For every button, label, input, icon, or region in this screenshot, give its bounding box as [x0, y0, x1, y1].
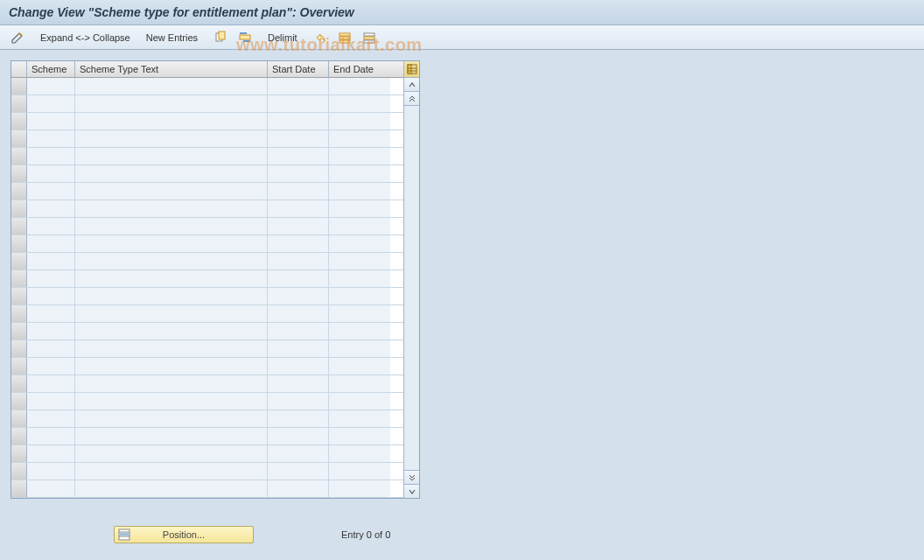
table-row[interactable] — [11, 340, 403, 358]
cell-start-date[interactable] — [268, 323, 329, 340]
table-row[interactable] — [11, 393, 403, 410]
expand-collapse-button[interactable]: Expand <-> Collapse — [37, 31, 134, 45]
table-row[interactable] — [11, 358, 403, 375]
table-row[interactable] — [11, 95, 403, 113]
cell-end-date[interactable] — [329, 200, 390, 217]
undo-button[interactable] — [310, 29, 331, 46]
table-row[interactable] — [11, 375, 403, 393]
row-selector[interactable] — [11, 148, 27, 164]
column-header-scheme-type-text[interactable]: Scheme Type Text — [75, 61, 268, 77]
cell-scheme[interactable] — [27, 200, 75, 217]
cell-start-date[interactable] — [268, 218, 329, 234]
cell-scheme[interactable] — [27, 235, 75, 252]
row-selector[interactable] — [11, 375, 27, 392]
table-row[interactable] — [11, 288, 403, 305]
row-selector[interactable] — [11, 463, 27, 480]
table-settings-button[interactable] — [404, 61, 419, 78]
cell-scheme[interactable] — [27, 323, 75, 340]
delimit-button[interactable]: Delimit — [264, 31, 301, 45]
cell-scheme-type-text[interactable] — [75, 200, 268, 217]
cell-scheme-type-text[interactable] — [75, 463, 268, 480]
cell-start-date[interactable] — [268, 410, 329, 427]
table-row[interactable] — [11, 445, 403, 463]
row-selector[interactable] — [11, 200, 27, 217]
column-header-start-date[interactable]: Start Date — [268, 61, 329, 77]
cell-start-date[interactable] — [268, 78, 329, 94]
deselect-all-button[interactable] — [359, 29, 380, 46]
cell-end-date[interactable] — [329, 375, 390, 392]
cell-scheme[interactable] — [27, 410, 75, 427]
cell-scheme-type-text[interactable] — [75, 235, 268, 252]
cell-scheme[interactable] — [27, 130, 75, 147]
cell-scheme-type-text[interactable] — [75, 480, 268, 497]
row-selector[interactable] — [11, 165, 27, 182]
cell-scheme[interactable] — [27, 183, 75, 200]
table-row[interactable] — [11, 183, 403, 200]
column-header-scheme[interactable]: Scheme — [27, 61, 75, 77]
table-row[interactable] — [11, 165, 403, 183]
copy-button[interactable] — [210, 29, 231, 46]
table-row[interactable] — [11, 218, 403, 235]
table-row[interactable] — [11, 113, 403, 130]
cell-end-date[interactable] — [329, 148, 390, 164]
row-selector[interactable] — [11, 323, 27, 340]
cell-end-date[interactable] — [329, 340, 390, 357]
table-row[interactable] — [11, 305, 403, 323]
table-row[interactable] — [11, 200, 403, 218]
row-selector[interactable] — [11, 183, 27, 200]
cell-start-date[interactable] — [268, 393, 329, 410]
position-button[interactable]: Position... — [114, 526, 254, 543]
row-selector[interactable] — [11, 288, 27, 304]
cell-start-date[interactable] — [268, 305, 329, 322]
cell-end-date[interactable] — [329, 445, 390, 462]
cell-end-date[interactable] — [329, 323, 390, 340]
table-row[interactable] — [11, 78, 403, 95]
cell-scheme-type-text[interactable] — [75, 165, 268, 182]
cell-scheme[interactable] — [27, 78, 75, 94]
select-all-button[interactable] — [334, 29, 355, 46]
cell-scheme-type-text[interactable] — [75, 113, 268, 130]
cell-scheme-type-text[interactable] — [75, 148, 268, 164]
cell-scheme[interactable] — [27, 95, 75, 112]
row-selector[interactable] — [11, 95, 27, 112]
cell-scheme-type-text[interactable] — [75, 428, 268, 444]
table-row[interactable] — [11, 130, 403, 148]
row-selector[interactable] — [11, 410, 27, 427]
cell-scheme[interactable] — [27, 270, 75, 287]
toggle-edit-button[interactable] — [7, 29, 28, 46]
cell-end-date[interactable] — [329, 305, 390, 322]
row-selector[interactable] — [11, 113, 27, 130]
table-row[interactable] — [11, 428, 403, 445]
row-selector[interactable] — [11, 358, 27, 374]
cell-scheme-type-text[interactable] — [75, 340, 268, 357]
scroll-page-down-button[interactable] — [404, 470, 419, 484]
cell-scheme-type-text[interactable] — [75, 183, 268, 200]
cell-start-date[interactable] — [268, 480, 329, 497]
row-selector[interactable] — [11, 218, 27, 234]
cell-scheme-type-text[interactable] — [75, 270, 268, 287]
cell-scheme-type-text[interactable] — [75, 410, 268, 427]
cell-end-date[interactable] — [329, 183, 390, 200]
row-selector[interactable] — [11, 340, 27, 357]
row-selector[interactable] — [11, 270, 27, 287]
vertical-scrollbar[interactable] — [403, 61, 419, 498]
cell-start-date[interactable] — [268, 130, 329, 147]
cell-end-date[interactable] — [329, 288, 390, 304]
scroll-track[interactable] — [404, 106, 419, 470]
table-row[interactable] — [11, 410, 403, 428]
cell-scheme[interactable] — [27, 358, 75, 374]
cell-scheme-type-text[interactable] — [75, 95, 268, 112]
cell-start-date[interactable] — [268, 235, 329, 252]
cell-start-date[interactable] — [268, 148, 329, 164]
cell-scheme[interactable] — [27, 375, 75, 392]
row-selector[interactable] — [11, 78, 27, 94]
cell-scheme[interactable] — [27, 445, 75, 462]
row-selector[interactable] — [11, 445, 27, 462]
cell-end-date[interactable] — [329, 270, 390, 287]
cell-scheme[interactable] — [27, 253, 75, 270]
cell-scheme-type-text[interactable] — [75, 218, 268, 234]
row-selector[interactable] — [11, 235, 27, 252]
cell-scheme[interactable] — [27, 218, 75, 234]
cell-start-date[interactable] — [268, 165, 329, 182]
cell-scheme[interactable] — [27, 480, 75, 497]
